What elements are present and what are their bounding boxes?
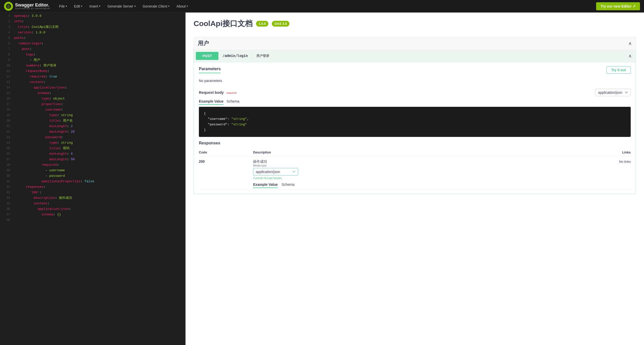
line-number-2: 2 xyxy=(2,19,10,24)
brand: {} Swagger Editor. supported by SMARTBEA… xyxy=(4,2,50,11)
line-content-3: title: CoolApi接口文档 xyxy=(14,25,58,30)
navbar: {} Swagger Editor. supported by SMARTBEA… xyxy=(0,0,644,13)
line-number-1: 1 xyxy=(2,14,10,19)
nav-about[interactable]: About ▾ xyxy=(174,3,191,10)
line-number-21: 21 xyxy=(2,124,10,129)
endpoint-row[interactable]: POST /admin/login 用户登录 ∧ xyxy=(194,50,636,62)
brand-sub: supported by SMARTBEAR xyxy=(15,7,50,10)
line-content-21: minLength: 2 xyxy=(14,124,73,129)
nav-menu: File ▾ Edit ▾ Insert ▾ Generate Server ▾… xyxy=(56,3,596,10)
line-number-17: 17 xyxy=(2,102,10,107)
responses-title: Responses xyxy=(199,141,631,145)
line-number-13: 13 xyxy=(2,80,10,85)
response-schema-tab[interactable]: Schema xyxy=(282,183,294,188)
parameters-title: Parameters xyxy=(199,67,221,73)
code-line-open: { xyxy=(204,111,626,116)
line-number-18: 18 xyxy=(2,107,10,112)
line-content-22: maxLength: 20 xyxy=(14,129,75,135)
line-number-25: 25 xyxy=(2,146,10,151)
insert-arrow-icon: ▾ xyxy=(99,5,100,8)
line-content-10: summary: 用户登录 xyxy=(14,63,56,68)
line-content-34: description: 操作成功 xyxy=(14,196,72,201)
line-number-15: 15 xyxy=(2,91,10,96)
response-desc-text: 操作成功 xyxy=(253,159,553,164)
editor-line-7: 7 post: xyxy=(0,47,185,52)
nav-edit[interactable]: Edit ▾ xyxy=(71,3,85,10)
preview-panel: CoolApi接口文档 1.0.0 OAS 3.0 用户 ∧ POST /adm… xyxy=(186,13,644,345)
line-number-32: 32 xyxy=(2,185,10,190)
editor-line-26: 26 minLength: 6 xyxy=(0,151,185,157)
media-type-select[interactable]: application/json xyxy=(253,168,298,176)
editor-line-20: 20 title: 用户名 xyxy=(0,118,185,124)
nav-generate-client[interactable]: Generate Client ▾ xyxy=(140,3,173,10)
accept-header-note: Controls Accept header. xyxy=(253,177,553,180)
editor-line-18: 18 username: xyxy=(0,107,185,113)
response-code: 200 xyxy=(199,156,253,190)
endpoint-path: /admin/login 用户登录 xyxy=(220,54,628,58)
brand-logo: {} xyxy=(4,2,13,11)
editor-line-2: 2info: xyxy=(0,19,185,25)
line-number-6: 6 xyxy=(2,41,10,46)
code-line-password: "password": "string" xyxy=(204,122,626,127)
line-number-35: 35 xyxy=(2,201,10,206)
line-content-13: content: xyxy=(14,80,47,85)
line-content-1: openapi: 3.0.0 xyxy=(14,14,41,19)
brand-text: Swagger Editor. supported by SMARTBEAR xyxy=(15,3,50,10)
editor-line-4: 4 version: 1.0.0 xyxy=(0,30,185,36)
api-title-row: CoolApi接口文档 1.0.0 OAS 3.0 xyxy=(194,19,636,29)
schema-tab[interactable]: Schema xyxy=(226,99,239,105)
editor-line-5: 5paths: xyxy=(0,36,185,41)
line-content-29: - username xyxy=(14,168,65,173)
line-number-23: 23 xyxy=(2,135,10,140)
tag-header[interactable]: 用户 ∧ xyxy=(194,37,636,50)
editor-line-29: 29 - username xyxy=(0,168,185,174)
swagger-logo-icon: {} xyxy=(6,4,11,9)
svg-text:{}: {} xyxy=(7,4,10,8)
edit-arrow-icon: ▾ xyxy=(81,5,82,8)
example-value-section: Example Value Schema xyxy=(253,183,553,187)
line-number-4: 4 xyxy=(2,30,10,35)
content-type-select[interactable]: application/json xyxy=(595,89,631,96)
line-content-33: '200': xyxy=(14,190,43,195)
nav-generate-server[interactable]: Generate Server ▾ xyxy=(104,3,139,10)
example-tabs: Example Value Schema xyxy=(199,99,631,105)
responses-section: Responses Code Description Links xyxy=(199,141,631,190)
file-arrow-icon: ▾ xyxy=(66,5,67,8)
line-number-14: 14 xyxy=(2,85,10,90)
line-number-20: 20 xyxy=(2,118,10,123)
editor-line-17: 17 properties: xyxy=(0,102,185,107)
media-type-label: Media type xyxy=(253,164,553,167)
line-content-19: type: string xyxy=(14,113,73,118)
editor-line-32: 32 responses: xyxy=(0,185,185,190)
editor-line-27: 27 maxLength: 50 xyxy=(0,157,185,162)
gen-server-arrow-icon: ▾ xyxy=(134,5,136,8)
line-content-26: minLength: 6 xyxy=(14,151,73,157)
line-number-10: 10 xyxy=(2,63,10,68)
line-content-24: type: string xyxy=(14,140,73,146)
line-number-19: 19 xyxy=(2,113,10,118)
endpoint-chevron-icon: ∧ xyxy=(628,53,636,59)
main-container: 1openapi: 3.0.02info: 3 title: CoolApi接口… xyxy=(0,13,644,345)
editor-line-13: 13 content: xyxy=(0,80,185,85)
editor-line-8: 8 tags: xyxy=(0,52,185,58)
editor-line-24: 24 type: string xyxy=(0,140,185,146)
editor-line-21: 21 minLength: 2 xyxy=(0,124,185,129)
try-new-editor-button[interactable]: Try our new Editor ↗ xyxy=(596,2,640,10)
line-content-14: application/json: xyxy=(14,85,69,91)
try-it-out-button[interactable]: Try it out xyxy=(606,66,631,74)
editor-line-10: 10 summary: 用户登录 xyxy=(0,63,185,69)
line-number-30: 30 xyxy=(2,174,10,179)
line-content-20: title: 用户名 xyxy=(14,118,73,124)
col-links: Links xyxy=(553,148,631,156)
line-number-8: 8 xyxy=(2,52,10,57)
response-row-200: 200 操作成功 Media type application/json xyxy=(199,156,631,190)
editor-panel[interactable]: 1openapi: 3.0.02info: 3 title: CoolApi接口… xyxy=(0,13,186,345)
nav-insert[interactable]: Insert ▾ xyxy=(86,3,103,10)
response-example-value-tab[interactable]: Example Value xyxy=(253,183,278,188)
line-number-5: 5 xyxy=(2,36,10,41)
example-value-tab[interactable]: Example Value xyxy=(199,99,223,105)
line-number-36: 36 xyxy=(2,207,10,212)
brand-name: Swagger Editor. xyxy=(15,3,50,7)
editor-line-11: 11 requestBody: xyxy=(0,69,185,74)
nav-file[interactable]: File ▾ xyxy=(56,3,70,10)
